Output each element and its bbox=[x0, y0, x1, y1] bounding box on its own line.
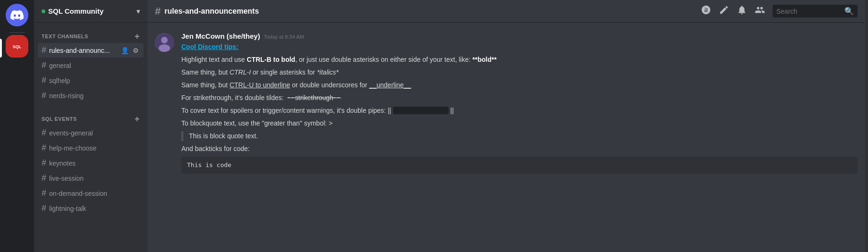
members-icon[interactable] bbox=[755, 5, 765, 17]
channel-item-lightning-talk[interactable]: # lightning-talk bbox=[38, 201, 144, 216]
channel-hash-icon: # bbox=[42, 76, 46, 85]
search-bar[interactable]: Search 🔍 bbox=[773, 5, 858, 17]
channel-hash-icon: # bbox=[42, 158, 46, 168]
channel-hash-icon: # bbox=[42, 45, 46, 55]
message: Jen McCown (she/they) Today at 8:34 AM C… bbox=[147, 30, 865, 177]
avatar-placeholder bbox=[155, 33, 174, 52]
top-bar-hash-icon: # bbox=[155, 5, 161, 17]
channel-item-on-demand-session[interactable]: # on-demand-session bbox=[38, 186, 144, 201]
top-bar-channel-name: rules-and-announcements bbox=[164, 7, 259, 16]
sql-events-header[interactable]: SQL EVENTS + bbox=[38, 113, 144, 125]
server-name: SQL Community bbox=[48, 7, 103, 15]
server-list: SQL bbox=[0, 0, 34, 252]
text-channels-label: TEXT CHANNELS bbox=[42, 34, 88, 39]
channel-hash-icon: # bbox=[42, 60, 46, 70]
svg-point-4 bbox=[159, 44, 170, 52]
server-header-left: SQL Community bbox=[42, 7, 103, 15]
channel-name-rules: rules-and-announc... bbox=[49, 47, 117, 54]
channel-name-lightning-talk: lightning-talk bbox=[49, 205, 140, 212]
channel-item-events-general[interactable]: # events-general bbox=[38, 126, 144, 140]
top-bar: # rules-and-announcements Search 🔍 bbox=[147, 0, 865, 23]
threads-icon[interactable] bbox=[701, 5, 711, 17]
members-icon[interactable]: 👤 bbox=[120, 46, 130, 55]
channel-name-on-demand-session: on-demand-session bbox=[49, 190, 140, 197]
channel-hash-icon: # bbox=[42, 128, 46, 138]
channel-hash-icon: # bbox=[42, 91, 46, 101]
search-placeholder: Search bbox=[776, 8, 842, 15]
channel-item-rules[interactable]: # rules-and-announc... 👤 ⚙ bbox=[38, 43, 144, 58]
channel-name-live-session: live-session bbox=[49, 175, 140, 182]
channel-actions-rules: 👤 ⚙ bbox=[120, 46, 140, 55]
svg-text:SQL: SQL bbox=[13, 44, 22, 49]
channel-name-nerds-rising: nerds-rising bbox=[49, 92, 140, 100]
top-bar-actions: Search 🔍 bbox=[701, 5, 858, 17]
strikethrough-example: ~~strikethrough~~ bbox=[287, 94, 341, 101]
blockquote-example: This is block quote text. bbox=[181, 131, 858, 141]
avatar bbox=[155, 33, 174, 52]
channel-hash-icon: # bbox=[42, 173, 46, 183]
sql-events-label: SQL EVENTS bbox=[42, 116, 77, 122]
notifications-icon[interactable] bbox=[737, 5, 747, 17]
channel-list: SQL Community ▾ TEXT CHANNELS + # rules-… bbox=[34, 0, 147, 252]
text-channels-header[interactable]: TEXT CHANNELS + bbox=[38, 30, 144, 42]
add-event-channel-button[interactable]: + bbox=[135, 115, 140, 123]
italic-text: CTRL-I bbox=[230, 68, 251, 76]
sql-community-server-icon[interactable]: SQL bbox=[6, 35, 28, 58]
underline-text: CTRL-U to underline bbox=[230, 81, 290, 89]
italic-example: *italics* bbox=[317, 68, 339, 76]
message-content: Jen McCown (she/they) Today at 8:34 AM C… bbox=[181, 32, 858, 176]
channel-item-live-session[interactable]: # live-session bbox=[38, 171, 144, 185]
sql-events-section: SQL EVENTS + # events-general # help-me-… bbox=[34, 105, 147, 218]
message-title-link[interactable]: Cool Discord tips: bbox=[181, 43, 238, 50]
message-text: Cool Discord tips: Highlight text and us… bbox=[181, 42, 858, 174]
channel-name-events-general: events-general bbox=[49, 129, 140, 137]
channel-name-keynotes: keynotes bbox=[49, 160, 140, 167]
channel-item-nerds-rising[interactable]: # nerds-rising bbox=[38, 88, 144, 103]
message-author: Jen McCown (she/they) bbox=[181, 32, 260, 40]
channel-item-keynotes[interactable]: # keynotes bbox=[38, 156, 144, 170]
active-server-indicator: SQL bbox=[6, 35, 28, 61]
text-channels-section: TEXT CHANNELS + # rules-and-announc... 👤… bbox=[34, 23, 147, 105]
svg-point-3 bbox=[161, 37, 168, 43]
code-block-example: This is code bbox=[181, 157, 858, 174]
underline-example: __underline__ bbox=[369, 81, 411, 89]
spoiler-example[interactable]: spoiler hidden text bbox=[393, 107, 449, 114]
add-text-channel-button[interactable]: + bbox=[135, 32, 140, 41]
channel-name-help-me-choose: help-me-choose bbox=[49, 144, 140, 152]
message-timestamp: Today at 8:34 AM bbox=[264, 34, 304, 40]
channel-item-general[interactable]: # general bbox=[38, 58, 144, 73]
bold-text: CTRL-B to bold bbox=[247, 56, 296, 63]
bold-example: **bold** bbox=[472, 56, 496, 63]
server-header-chevron: ▾ bbox=[136, 8, 140, 15]
server-header[interactable]: SQL Community ▾ bbox=[34, 0, 147, 23]
main-area: # rules-and-announcements Search 🔍 bbox=[147, 0, 865, 252]
server-online-dot bbox=[42, 9, 45, 13]
search-icon: 🔍 bbox=[844, 7, 854, 16]
discord-home-button[interactable] bbox=[6, 4, 28, 26]
channel-name-general: general bbox=[49, 62, 140, 69]
channel-item-help-me-choose[interactable]: # help-me-choose bbox=[38, 141, 144, 155]
channel-item-sqlhelp[interactable]: # sqlhelp bbox=[38, 73, 144, 88]
server-divider bbox=[9, 32, 25, 33]
channel-hash-icon: # bbox=[42, 143, 46, 153]
top-bar-channel: # rules-and-announcements bbox=[155, 5, 259, 17]
message-header: Jen McCown (she/they) Today at 8:34 AM bbox=[181, 32, 858, 40]
channel-hash-icon: # bbox=[42, 203, 46, 213]
channel-name-sqlhelp: sqlhelp bbox=[49, 77, 140, 84]
right-sidebar bbox=[865, 0, 868, 252]
edit-icon[interactable] bbox=[719, 5, 729, 17]
messages-area[interactable]: Jen McCown (she/they) Today at 8:34 AM C… bbox=[147, 23, 865, 252]
settings-icon[interactable]: ⚙ bbox=[132, 46, 140, 55]
channel-hash-icon: # bbox=[42, 188, 46, 198]
